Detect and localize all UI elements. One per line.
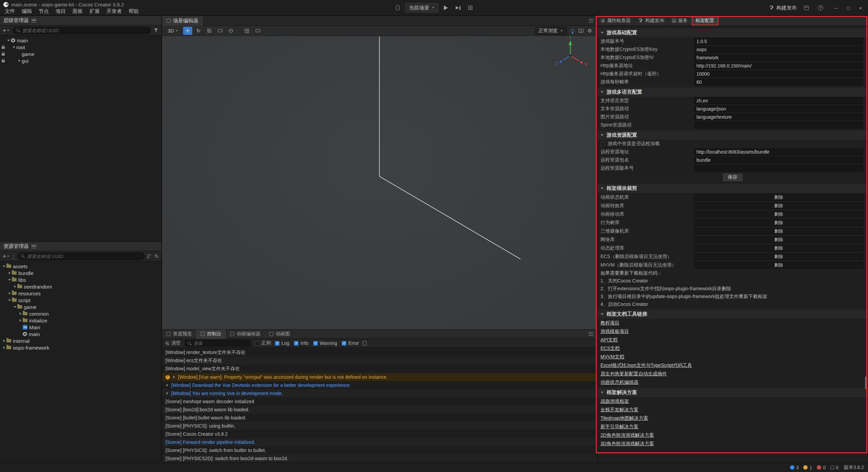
checkbox[interactable] [342, 341, 346, 346]
chevron-down-icon[interactable] [7, 298, 12, 302]
status-counter-error[interactable]: 0 [817, 465, 826, 470]
sort-icon[interactable] [147, 255, 152, 258]
solution-link[interactable]: 全栈开发解决方案 [600, 406, 638, 414]
status-counter-bell[interactable]: 0 [830, 465, 839, 470]
step-button[interactable] [453, 3, 463, 13]
delete-button[interactable]: 删除 [694, 228, 863, 235]
property-input[interactable] [694, 165, 863, 172]
scene-viewport[interactable]: Y X Z [162, 37, 597, 329]
remote-load-checkbox[interactable] [600, 142, 605, 146]
solution-link[interactable]: 战旗游戏框架 [600, 397, 629, 406]
save-button[interactable]: 保存 [723, 174, 743, 181]
regex-checkbox[interactable] [255, 341, 259, 346]
chevron-down-icon[interactable] [6, 38, 11, 43]
create-asset-button[interactable] [3, 253, 10, 259]
status-counter-warn[interactable]: 1 [803, 465, 812, 470]
rect-tool[interactable] [216, 27, 225, 35]
menu-item[interactable]: 帮助 [125, 7, 142, 15]
log-row[interactable]: [Scene] [PHYSICS]: using builtin. [162, 422, 597, 430]
log-row[interactable]: [Window] You are running Vue in developm… [162, 389, 597, 397]
hierarchy-node[interactable]: game [0, 51, 161, 57]
tab-build[interactable]: 构建发布 [635, 16, 668, 25]
asset-node[interactable]: seedrandom [0, 283, 161, 290]
hierarchy-node[interactable]: gui [0, 57, 161, 64]
menu-item[interactable]: 编辑 [18, 7, 35, 15]
console-tab[interactable]: 动画编辑器 [226, 330, 265, 339]
log-row[interactable]: [Window] render_texture文件夹不存在 [162, 349, 597, 357]
move-tool[interactable] [183, 27, 192, 35]
chevron-right-icon[interactable] [2, 338, 6, 343]
property-input[interactable] [694, 149, 863, 155]
chevron-right-icon[interactable] [7, 271, 12, 275]
delete-button[interactable]: 删除 [694, 262, 863, 269]
panel-menu-icon[interactable] [32, 19, 36, 22]
filter-icon[interactable] [154, 28, 159, 33]
scrollbar-thumb[interactable] [865, 376, 867, 389]
delete-button[interactable]: 删除 [694, 219, 863, 226]
chevron-right-icon[interactable] [17, 58, 22, 63]
tab-inspector[interactable]: 属性检查器 [597, 16, 635, 25]
property-input[interactable] [694, 79, 863, 85]
menu-item[interactable]: 开发者 [103, 7, 125, 15]
log-file-icon[interactable] [363, 341, 367, 346]
snap-grid-button[interactable] [242, 27, 252, 35]
doc-link[interactable]: Excel格式转Json文件与TypeScript代码工具 [600, 361, 692, 370]
log-row[interactable]: [Scene] [PHYSICS]: switch from builtin t… [162, 446, 597, 454]
menu-item[interactable]: 扩展 [86, 7, 103, 15]
section-solutions[interactable]: 框架解决方案 [597, 388, 868, 397]
chevron-right-icon[interactable] [7, 291, 12, 296]
chevron-down-icon[interactable] [12, 45, 16, 50]
package-button[interactable] [802, 3, 811, 13]
hierarchy-node[interactable]: main [0, 37, 161, 44]
gear-icon[interactable] [588, 28, 592, 33]
console-tab[interactable]: 控制台 [196, 330, 226, 339]
asset-node[interactable]: libs [0, 276, 161, 283]
log-row[interactable]: [Scene] Cocos Creator v3.8.2 [162, 430, 597, 438]
solution-link[interactable]: 新手引导解决方案 [600, 422, 638, 431]
console-filter-info[interactable]: Info [294, 340, 308, 346]
section-basic-config[interactable]: 游戏基础配置 [597, 28, 868, 37]
console-search[interactable] [185, 340, 251, 347]
log-row[interactable]: [Window] [Vue warn]: Property "onInput" … [162, 373, 597, 381]
delete-button[interactable]: 删除 [694, 253, 863, 260]
hierarchy-search-input[interactable] [22, 28, 148, 33]
log-row[interactable]: [Scene] [PHYSICS2D]: switch from box2d-w… [162, 454, 597, 463]
property-input[interactable] [694, 97, 863, 104]
asset-node[interactable]: internal [0, 337, 161, 344]
asset-node[interactable]: oops-framework [0, 344, 161, 351]
solution-link[interactable]: Tiledmap地图解决方案 [600, 414, 648, 422]
hierarchy-node[interactable]: root [0, 44, 161, 51]
maximize-button[interactable]: □ [842, 0, 854, 16]
section-language-config[interactable]: 游戏多语言配置 [597, 87, 868, 97]
log-row[interactable]: [Scene] [box2d]:box2d wasm lib loaded. [162, 406, 597, 414]
console-filter-warning[interactable]: Warning [313, 340, 337, 346]
delete-button[interactable]: 删除 [694, 211, 863, 218]
section-module-trim[interactable]: 框架模块裁剪 [597, 184, 868, 193]
log-row[interactable]: [Window] Download the Vue Devtools exten… [162, 381, 597, 389]
tab-framework-config[interactable]: 框架配置 [692, 16, 718, 25]
import-icon[interactable] [13, 254, 15, 259]
doc-link[interactable]: MVVM文档 [600, 353, 624, 361]
property-input[interactable] [694, 38, 863, 45]
asset-node[interactable]: Main [0, 324, 161, 331]
console-search-input[interactable] [194, 341, 249, 346]
snap-settings-button[interactable] [253, 27, 262, 35]
rotate-tool[interactable] [194, 27, 203, 35]
menu-item[interactable]: 面板 [69, 7, 86, 15]
gizmo-space-toggle[interactable] [226, 27, 236, 35]
asset-node[interactable]: initialize [0, 317, 161, 324]
chevron-right-icon[interactable] [18, 311, 23, 316]
menu-item[interactable]: 文件 [1, 7, 18, 15]
checkbox[interactable] [294, 341, 298, 346]
regex-toggle[interactable]: 正则 [255, 340, 271, 346]
delete-button[interactable]: 删除 [694, 194, 863, 201]
layout-button[interactable] [466, 3, 475, 13]
log-row[interactable]: [Scene] meshopt wasm decoder initialized [162, 397, 597, 406]
build-publish-button[interactable]: 构建发布 [769, 5, 797, 11]
checkbox[interactable] [313, 341, 318, 346]
asset-node[interactable]: assets [0, 263, 161, 270]
doc-link[interactable]: API文档 [600, 336, 618, 344]
chevron-right-icon[interactable] [18, 318, 23, 323]
status-counter-info[interactable]: 3 [790, 465, 799, 470]
preview-device-button[interactable] [393, 3, 402, 13]
